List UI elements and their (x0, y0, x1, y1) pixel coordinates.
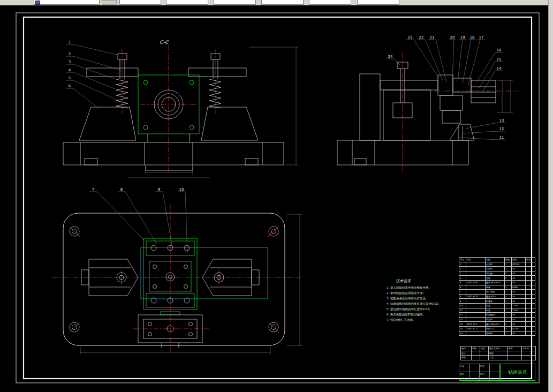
table-cell: 1 (505, 262, 512, 267)
table-cell: 1 (505, 303, 512, 308)
svg-text:10: 10 (179, 187, 184, 192)
font-combo-box[interactable] (357, 0, 399, 5)
table-cell: 11 (459, 308, 466, 313)
notes-title: 技术要求 (396, 279, 411, 283)
cad-application-window: C-C (0, 0, 553, 392)
centerlines-view1 (122, 45, 215, 171)
table-cell: 签名 (508, 346, 522, 351)
table-cell: 1 (505, 313, 512, 318)
table-cell: 垫圈 10 (486, 326, 505, 331)
clamp-left (81, 259, 138, 296)
table-cell: 校核 (489, 351, 508, 356)
table-cell: 7 (459, 290, 466, 295)
table-cell: 45 (512, 299, 526, 304)
svg-text:20: 20 (450, 35, 455, 40)
table-cell (508, 356, 522, 360)
table-cell (526, 303, 535, 308)
table-cell: 65Mn (512, 285, 526, 290)
plotstyle-combo-box[interactable] (261, 0, 304, 5)
table-cell: 4 (505, 326, 512, 331)
table-cell: 14 (459, 322, 466, 327)
field-value (490, 364, 500, 372)
table-cell: HT200 (512, 262, 526, 267)
table-cell: 45 (512, 317, 526, 322)
table-cell: 45 (512, 331, 526, 336)
callout-24: 24 (387, 55, 400, 65)
table-cell: GB/T 5782 (466, 280, 486, 285)
table-cell: 2 (505, 280, 512, 285)
table-cell (526, 326, 535, 331)
table-cell: 2 (505, 276, 512, 281)
table-cell: 13 (459, 317, 466, 322)
table-cell (466, 303, 486, 308)
base-view2 (337, 140, 468, 165)
dimensions-view1 (128, 47, 298, 178)
technical-notes: 技术要求 1. 进入装配的零件均应检验合格; 2. 零件装配前必须清洗干净; 3… (387, 279, 439, 322)
table-cell: 处数 (472, 346, 480, 351)
table-cell (466, 285, 486, 290)
callout-21: 21 (428, 35, 446, 82)
table-cell: 12 (459, 313, 466, 318)
table-cell (526, 331, 535, 336)
svg-text:7. 锐边倒钝, 去毛刺。: 7. 锐边倒钝, 去毛刺。 (387, 318, 416, 322)
plan-view: 7 8 9 10 (52, 187, 302, 355)
body-view2 (360, 62, 438, 140)
table-cell (526, 317, 535, 322)
section-view-cc: C-C (63, 40, 298, 178)
style-combo-box[interactable] (309, 0, 351, 5)
table-cell (526, 271, 535, 276)
table-cell: 15 (459, 326, 466, 331)
color-combo-box[interactable] (119, 0, 161, 5)
field-value (469, 372, 480, 380)
svg-text:1. 进入装配的零件均应检验合格;: 1. 进入装配的零件均应检验合格; (387, 286, 429, 290)
table-cell: 45 (512, 294, 526, 299)
table-cell (526, 267, 535, 272)
table-cell: 钻套 (486, 308, 505, 313)
callout-22: 22 (418, 35, 443, 80)
table-cell: 序号 (459, 258, 466, 262)
svg-text:18: 18 (470, 35, 475, 40)
drill-bushing-assembly (438, 75, 513, 123)
drawing-title: 钻床夹具 (500, 364, 535, 380)
callout-20: 20 (449, 35, 456, 79)
table-cell: 备注 (526, 258, 535, 262)
callout-16: 16 (476, 48, 503, 82)
field-label: 数量 (480, 364, 490, 372)
table-cell: T10A (512, 303, 526, 308)
svg-text:4. 钻套轴线对底面的垂直度公差为0.02;: 4. 钻套轴线对底面的垂直度公差为0.02; (387, 302, 439, 306)
svg-text:12: 12 (499, 127, 504, 131)
svg-text:24: 24 (388, 55, 393, 59)
lineweight-combo-box[interactable] (214, 0, 256, 5)
table-cell (508, 351, 522, 356)
table-cell (466, 313, 486, 318)
table-cell (522, 351, 536, 356)
table-cell: 45 (512, 267, 526, 272)
svg-text:19: 19 (460, 35, 465, 40)
table-cell: 4 (505, 267, 512, 272)
callout-3: 3 (66, 60, 114, 79)
svg-text:11: 11 (499, 135, 504, 140)
table-cell: 2 (459, 267, 466, 272)
table-cell: 名称 (486, 258, 505, 262)
table-cell: 定位销 (486, 271, 505, 276)
table-cell: 工艺 (489, 356, 508, 360)
table-cell: 设计 (461, 351, 472, 356)
table-cell (526, 285, 535, 290)
table-cell (466, 308, 486, 313)
window-right-edge[interactable] (548, 0, 553, 392)
layer-combo-box[interactable] (34, 0, 100, 5)
table-cell (466, 299, 486, 304)
svg-text:15: 15 (497, 57, 502, 62)
title-block: 比例 数量 材料 图号 钻床夹具 (459, 364, 535, 381)
svg-text:2: 2 (69, 52, 71, 56)
table-cell (526, 299, 535, 304)
linetype-combo-box[interactable] (166, 0, 208, 5)
svg-text:14: 14 (497, 66, 502, 71)
section-label: C-C (160, 40, 169, 45)
svg-text:13: 13 (499, 118, 504, 123)
table-cell: 45 (512, 290, 526, 295)
table-cell: 标记 (461, 346, 472, 351)
toolbar-button[interactable] (102, 0, 117, 5)
svg-text:9: 9 (158, 187, 160, 192)
clamp-bars (87, 68, 246, 77)
